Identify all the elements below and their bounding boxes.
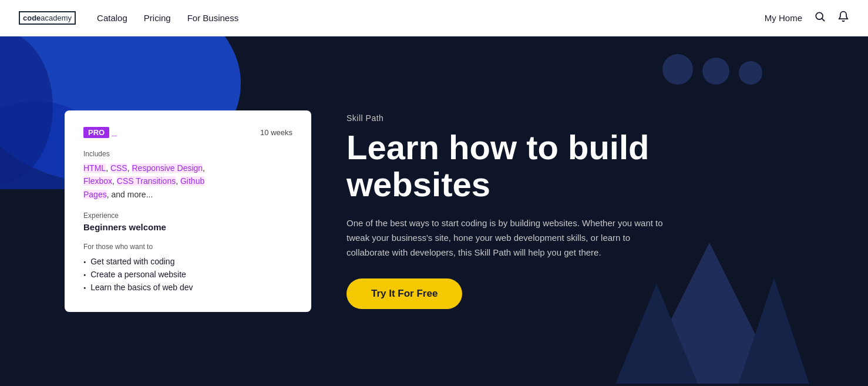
hero-description: One of the best ways to start coding is … (346, 216, 675, 260)
logo[interactable]: codeacademy (19, 11, 76, 25)
nav-right: My Home (765, 11, 849, 25)
nav-my-home[interactable]: My Home (765, 13, 802, 23)
for-label: For those who want to (83, 243, 292, 251)
and-more: , and more... (107, 190, 153, 199)
deco-circles (662, 54, 762, 85)
nav-for-business[interactable]: For Business (187, 13, 239, 23)
deco-circle-3 (739, 61, 762, 85)
deco-circle-2 (702, 58, 729, 85)
hero-content: Skill Path Learn how to build websites O… (346, 113, 868, 310)
experience-value: Beginners welcome (83, 222, 292, 232)
experience-label: Experience (83, 212, 292, 220)
hero-title-line2: websites (346, 165, 490, 203)
card-topics: HTML, CSS, Responsive Design, Flexbox, C… (83, 162, 292, 201)
logo-academy: academy (41, 14, 72, 22)
includes-label: Includes (83, 150, 292, 158)
bullet-2: Create a personal website (83, 270, 292, 279)
nav-links: Catalog Pricing For Business (97, 13, 765, 23)
hero-title: Learn how to build websites (346, 129, 821, 204)
topic-html[interactable]: HTML (83, 163, 106, 173)
bell-icon[interactable] (837, 11, 849, 25)
logo-code: code (23, 14, 41, 22)
skill-path-card: PRO_ 10 weeks Includes HTML, CSS, Respon… (65, 110, 311, 312)
nav-catalog[interactable]: Catalog (97, 13, 127, 23)
hero-title-line1: Learn how to build (346, 128, 650, 166)
weeks-label: 10 weeks (260, 128, 292, 137)
bullet-1: Get started with coding (83, 257, 292, 266)
pro-badge: PRO (83, 127, 109, 138)
card-bullets: Get started with coding Create a persona… (83, 257, 292, 292)
topic-css[interactable]: CSS (110, 163, 127, 173)
skill-path-label: Skill Path (346, 113, 821, 123)
pro-cursor: _ (112, 127, 117, 137)
pro-badge-wrapper: PRO_ (83, 127, 117, 138)
bullet-3: Learn the basics of web dev (83, 283, 292, 292)
logo-box: codeacademy (19, 11, 76, 25)
svg-line-1 (822, 19, 825, 21)
navbar: codeacademy Catalog Pricing For Business… (0, 0, 868, 36)
topic-responsive[interactable]: Responsive Design (132, 163, 203, 173)
nav-pricing[interactable]: Pricing (144, 13, 171, 23)
topic-flexbox[interactable]: Flexbox (83, 176, 112, 186)
hero-section: PRO_ 10 weeks Includes HTML, CSS, Respon… (0, 36, 868, 386)
cta-button[interactable]: Try It For Free (346, 278, 462, 309)
card-header: PRO_ 10 weeks (83, 127, 292, 138)
deco-circle-1 (662, 54, 693, 85)
search-icon[interactable] (814, 11, 826, 25)
topic-transitions[interactable]: CSS Transitions (117, 176, 176, 186)
